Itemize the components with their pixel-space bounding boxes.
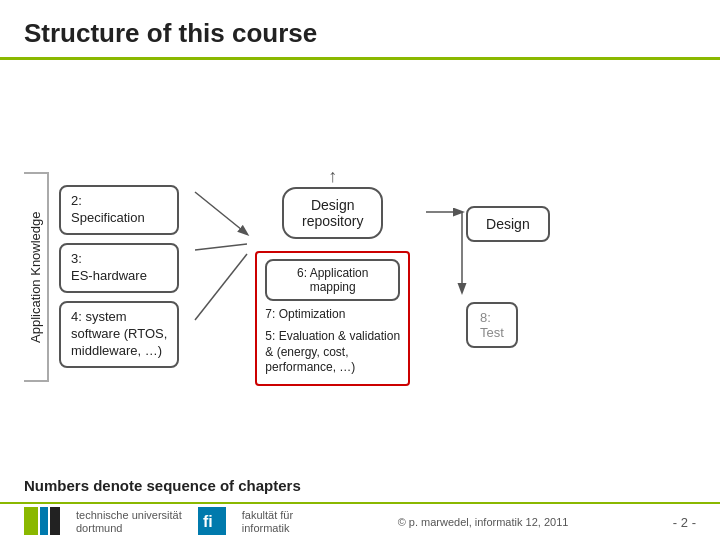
tu-text: technische universität dortmund (76, 509, 182, 535)
test-box: 8:Test (466, 302, 518, 348)
footer-copyright: © p. marwedel, informatik 12, 2011 (398, 516, 569, 528)
eval-validation-text: 5: Evaluation & validation& (energy, cos… (265, 327, 400, 378)
footer-left: technische universität dortmund fi fakul… (24, 507, 293, 538)
center-column: ↑ Designrepository 6: Applicationmapping… (255, 167, 410, 386)
tu-logo (24, 507, 60, 538)
page-title: Structure of this course (24, 18, 696, 49)
fi-text: fakultät für informatik (242, 509, 293, 535)
svg-line-1 (195, 244, 247, 250)
es-hardware-box: 3:ES-hardware (59, 243, 179, 293)
footer-page: - 2 - (673, 515, 696, 530)
footnote: Numbers denote sequence of chapters (24, 469, 696, 500)
design-box: Design (466, 206, 550, 242)
vertical-label: 2: Specification Application Knowledge (24, 172, 49, 382)
svg-rect-5 (24, 507, 38, 535)
svg-line-0 (195, 192, 247, 234)
design-repository-box: Designrepository (282, 187, 383, 239)
svg-text:fi: fi (203, 513, 213, 530)
optimization-text: 7: Optimization (265, 305, 400, 323)
left-column: 2:Specification 3:ES-hardware 4: systems… (59, 185, 179, 367)
footer: technische universität dortmund fi fakul… (0, 502, 720, 540)
system-software-box: 4: systemsoftware (RTOS,middleware, …) (59, 301, 179, 368)
svg-rect-7 (50, 507, 60, 535)
svg-rect-6 (40, 507, 48, 535)
arrows-center-right (426, 162, 466, 392)
specification-box: 2:Specification (59, 185, 179, 235)
app-mapping-box: 6: Applicationmapping (265, 259, 400, 301)
red-group: 6: Applicationmapping 7: Optimization 5:… (255, 251, 410, 386)
fi-logo-icon: fi (198, 507, 226, 538)
main-content: 2: Specification Application Knowledge 2… (0, 60, 720, 500)
right-column: Design 8:Test (466, 206, 550, 348)
svg-line-2 (195, 254, 247, 320)
arrows-left-center (195, 162, 255, 392)
header: Structure of this course (0, 0, 720, 60)
